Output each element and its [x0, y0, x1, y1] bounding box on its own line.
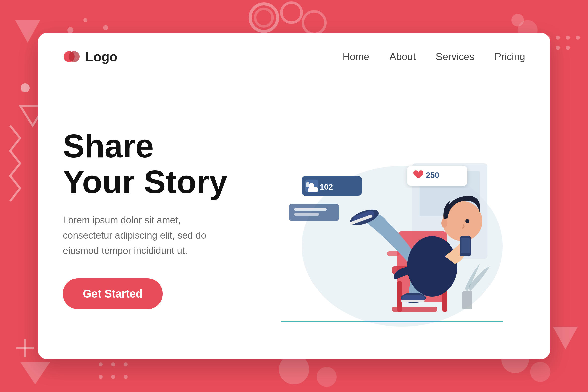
get-started-button[interactable]: Get Started — [63, 278, 163, 309]
nav-home[interactable]: Home — [342, 51, 369, 62]
svg-point-21 — [99, 362, 103, 366]
svg-marker-0 — [15, 20, 40, 43]
svg-point-5 — [250, 4, 278, 31]
svg-text:102: 102 — [320, 182, 333, 191]
svg-point-55 — [441, 219, 447, 228]
svg-point-23 — [124, 362, 128, 366]
svg-point-28 — [317, 367, 337, 387]
svg-point-11 — [566, 36, 570, 40]
svg-rect-39 — [462, 291, 472, 309]
hero-section: Share Your Story Lorem ipsum dolor sit a… — [38, 65, 550, 352]
svg-text:250: 250 — [426, 171, 439, 180]
logo-icon — [63, 48, 80, 65]
nav-services[interactable]: Services — [436, 51, 474, 62]
svg-point-15 — [566, 46, 570, 50]
svg-marker-20 — [20, 362, 50, 384]
nav-pricing[interactable]: Pricing — [495, 51, 525, 62]
nav-about[interactable]: About — [389, 51, 416, 62]
svg-point-24 — [99, 375, 103, 379]
hero-description: Lorem ipsum dolor sit amet, consectetur … — [63, 213, 214, 258]
svg-point-17 — [21, 83, 30, 92]
hero-title: Share Your Story — [63, 128, 234, 200]
svg-point-3 — [103, 25, 108, 30]
svg-point-22 — [111, 362, 115, 366]
svg-point-54 — [465, 219, 469, 223]
svg-point-1 — [67, 27, 73, 33]
svg-point-14 — [556, 46, 560, 50]
illustration: 102 250 — [256, 126, 520, 339]
svg-point-2 — [83, 18, 87, 22]
svg-rect-44 — [387, 251, 400, 256]
svg-rect-65 — [294, 213, 319, 216]
svg-marker-29 — [553, 327, 578, 349]
svg-rect-63 — [289, 204, 339, 221]
svg-point-26 — [124, 375, 128, 379]
svg-point-10 — [556, 36, 560, 40]
svg-rect-57 — [461, 238, 470, 253]
main-card: Logo Home About Services Pricing Share Y… — [38, 33, 550, 359]
svg-rect-45 — [392, 307, 437, 312]
logo-area: Logo — [63, 48, 117, 65]
nav-links: Home About Services Pricing — [342, 51, 525, 62]
logo-text: Logo — [85, 49, 117, 64]
hero-left: Share Your Story Lorem ipsum dolor sit a… — [63, 128, 234, 309]
hero-right: 102 250 — [234, 85, 525, 352]
svg-rect-51 — [401, 300, 425, 302]
svg-point-31 — [530, 362, 550, 382]
svg-point-12 — [576, 36, 580, 40]
svg-point-6 — [255, 9, 273, 26]
svg-point-8 — [303, 11, 325, 34]
svg-point-35 — [69, 51, 80, 62]
svg-point-25 — [111, 375, 115, 379]
svg-rect-64 — [294, 208, 327, 211]
svg-point-7 — [281, 3, 302, 23]
svg-point-33 — [511, 14, 524, 26]
navbar: Logo Home About Services Pricing — [38, 33, 550, 65]
